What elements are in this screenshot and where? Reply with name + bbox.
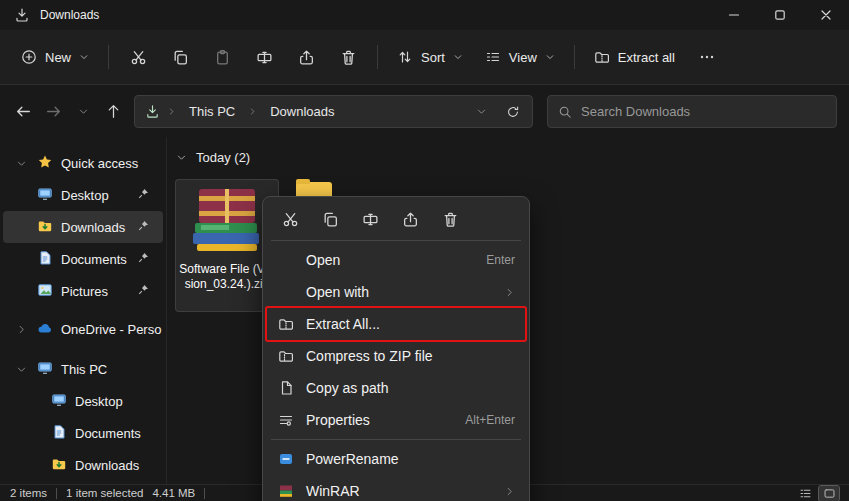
zip-folder-icon: [276, 348, 296, 364]
pin-icon: [137, 251, 150, 267]
back-button[interactable]: [8, 97, 38, 127]
breadcrumb-chevron-icon: [248, 107, 257, 116]
menu-item-properties[interactable]: Properties Alt+Enter: [267, 404, 525, 436]
menu-separator: [271, 240, 521, 241]
menu-item-shortcut: Alt+Enter: [465, 413, 515, 427]
sidebar-item-label: Quick access: [61, 156, 138, 171]
selection-count: 1 item selected: [66, 487, 143, 499]
chevron-right-icon: [504, 287, 515, 298]
downloads-mini-icon: [145, 104, 160, 119]
document-icon: [37, 250, 53, 269]
sidebar-item-pc-desktop[interactable]: Desktop: [3, 385, 163, 417]
sidebar-item-label: Pictures: [61, 284, 108, 299]
page-icon: [276, 380, 296, 396]
copy-button[interactable]: [159, 39, 201, 75]
chevron-down-icon[interactable]: [13, 158, 29, 169]
recent-locations-chevron[interactable]: [68, 97, 98, 127]
menu-item-powerrename[interactable]: PowerRename: [267, 443, 525, 475]
group-header-label: Today (2): [196, 150, 250, 165]
sidebar-item-downloads[interactable]: Downloads: [3, 211, 163, 243]
cut-button[interactable]: [117, 39, 159, 75]
copy-icon-button[interactable]: [313, 204, 347, 234]
chevron-right-icon[interactable]: [13, 324, 29, 335]
items-count: 2 items: [10, 487, 47, 499]
new-button[interactable]: New: [10, 39, 100, 75]
sidebar-item-desktop[interactable]: Desktop: [3, 179, 163, 211]
extract-all-button[interactable]: Extract all: [583, 39, 686, 75]
pin-icon: [137, 187, 150, 203]
titlebar: Downloads: [0, 0, 849, 30]
search-input[interactable]: [581, 104, 826, 119]
delete-icon-button[interactable]: [433, 204, 467, 234]
maximize-button[interactable]: [757, 0, 803, 30]
menu-item-extract-all[interactable]: Extract All...: [267, 308, 525, 340]
sidebar-item-label: This PC: [61, 362, 107, 377]
sidebar-item-label: Desktop: [61, 188, 109, 203]
search-icon: [558, 105, 572, 119]
menu-item-label: Open with: [306, 284, 494, 300]
extract-all-label: Extract all: [618, 50, 675, 65]
minimize-button[interactable]: [711, 0, 757, 30]
menu-item-copy-as-path[interactable]: Copy as path: [267, 372, 525, 404]
document-icon: [51, 424, 67, 443]
chevron-down-icon[interactable]: [13, 364, 29, 375]
sidebar-item-documents[interactable]: Documents: [3, 243, 163, 275]
paste-button[interactable]: [201, 39, 243, 75]
thumbnail-view-button[interactable]: [819, 486, 839, 501]
download-folder-icon: [51, 456, 67, 475]
close-button[interactable]: [803, 0, 849, 30]
sidebar-item-quick-access[interactable]: Quick access: [3, 147, 163, 179]
menu-item-label: Extract All...: [306, 316, 515, 332]
menu-item-open-with[interactable]: Open with: [267, 276, 525, 308]
menu-item-label: Compress to ZIP file: [306, 348, 515, 364]
sort-button[interactable]: Sort: [386, 39, 474, 75]
chevron-down-icon: [453, 52, 463, 62]
menu-item-label: WinRAR: [306, 483, 494, 499]
picture-icon: [37, 282, 53, 301]
menu-item-compress-zip[interactable]: Compress to ZIP file: [267, 340, 525, 372]
chevron-down-icon: [545, 52, 555, 62]
sidebar-item-pc-documents[interactable]: Documents: [3, 417, 163, 449]
new-button-label: New: [45, 50, 71, 65]
cut-icon-button[interactable]: [273, 204, 307, 234]
powerrename-icon: [276, 451, 296, 467]
selection-size: 4.41 MB: [152, 487, 195, 499]
sidebar-item-label: Desktop: [75, 394, 123, 409]
sidebar-item-onedrive[interactable]: OneDrive - Perso: [3, 313, 163, 345]
menu-item-winrar[interactable]: WinRAR: [267, 475, 525, 501]
details-view-button[interactable]: [795, 486, 815, 501]
more-options-button[interactable]: [686, 39, 728, 75]
breadcrumb-this-pc[interactable]: This PC: [183, 101, 241, 122]
address-dropdown-chevron[interactable]: [469, 100, 493, 124]
view-button[interactable]: View: [474, 39, 566, 75]
pin-icon: [137, 219, 150, 235]
rename-button[interactable]: [243, 39, 285, 75]
forward-button[interactable]: [38, 97, 68, 127]
rename-icon-button[interactable]: [353, 204, 387, 234]
toolbar-separator: [108, 45, 109, 69]
sort-button-label: Sort: [421, 50, 445, 65]
sidebar-item-label: Documents: [75, 426, 141, 441]
refresh-button[interactable]: [500, 99, 526, 125]
monitor-icon: [37, 186, 53, 205]
address-bar[interactable]: This PC Downloads: [134, 95, 533, 128]
group-header-today[interactable]: Today (2): [168, 137, 849, 165]
sidebar-item-label: Downloads: [61, 220, 125, 235]
sidebar-item-this-pc[interactable]: This PC: [3, 353, 163, 385]
breadcrumb-downloads[interactable]: Downloads: [264, 101, 340, 122]
file-explorer-window: Downloads New Sort View: [0, 0, 849, 501]
window-controls: [711, 0, 849, 30]
sidebar-item-label: Documents: [61, 252, 127, 267]
share-icon-button[interactable]: [393, 204, 427, 234]
sidebar-item-pc-downloads[interactable]: Downloads: [3, 449, 163, 481]
delete-button[interactable]: [327, 39, 369, 75]
menu-item-open[interactable]: Open Enter: [267, 244, 525, 276]
search-box: [547, 95, 837, 128]
view-icon: [485, 49, 501, 65]
context-menu: Open Enter Open with Extract All... Comp…: [262, 196, 530, 501]
share-button[interactable]: [285, 39, 327, 75]
toolbar-separator: [574, 45, 575, 69]
up-button[interactable]: [98, 97, 128, 127]
sidebar-item-label: OneDrive - Perso: [61, 322, 161, 337]
sidebar-item-pictures[interactable]: Pictures: [3, 275, 163, 307]
